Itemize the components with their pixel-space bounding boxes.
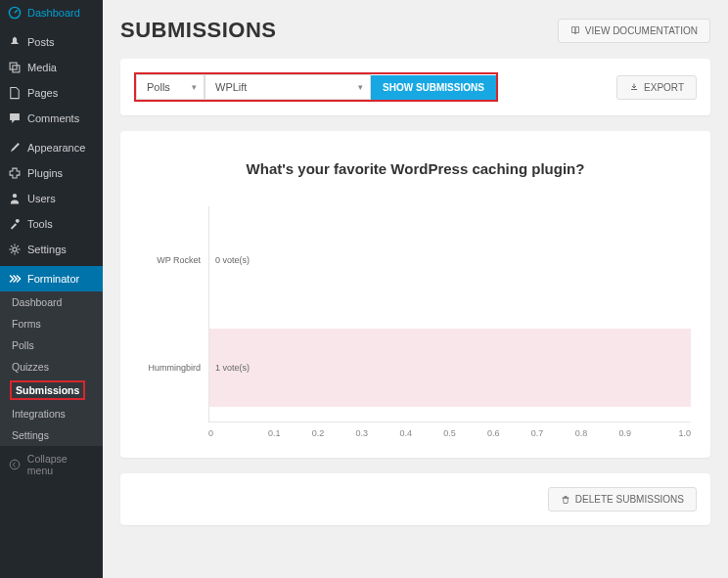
user-icon <box>8 192 22 205</box>
filter-panel: Polls WPLift SHOW SUBMISSIONS EXPORT <box>120 59 710 115</box>
sidebar-item-appearance[interactable]: Appearance <box>0 135 103 160</box>
submenu-quizzes[interactable]: Quizzes <box>0 356 103 378</box>
chart-category-1: Hummingbird <box>140 363 208 373</box>
chart-title: What's your favorite WordPress caching p… <box>140 160 691 177</box>
export-button[interactable]: EXPORT <box>616 75 697 100</box>
xtick: 0.4 <box>384 428 428 438</box>
footer-panel: DELETE SUBMISSIONS <box>120 473 710 525</box>
sidebar-item-dashboard[interactable]: Dashboard <box>0 0 103 25</box>
submenu-submissions[interactable]: Submissions <box>16 384 79 396</box>
sidebar-item-forminator[interactable]: Forminator <box>0 266 103 291</box>
chart-x-axis: 0 0.1 0.2 0.3 0.4 0.5 0.6 0.7 0.8 0.9 1.… <box>208 422 691 438</box>
chart-bar-row-0: 0 vote(s) <box>209 206 691 314</box>
chart-bar-1: 1 vote(s) <box>209 329 691 407</box>
book-icon <box>570 25 580 35</box>
xtick: 0.8 <box>560 428 604 438</box>
xtick: 1.0 <box>647 428 691 438</box>
comment-icon <box>8 111 22 125</box>
gear-icon <box>8 243 22 256</box>
pin-icon <box>8 35 22 49</box>
item-select[interactable]: WPLift <box>205 74 371 100</box>
collapse-label: Collapse menu <box>27 453 95 476</box>
submenu-integrations[interactable]: Integrations <box>0 403 103 424</box>
chart-value-label-0: 0 vote(s) <box>209 255 250 265</box>
chart-body: 0 vote(s) 1 vote(s) <box>208 206 691 422</box>
view-documentation-button[interactable]: VIEW DOCUMENTATION <box>558 19 710 43</box>
submenu-polls[interactable]: Polls <box>0 334 103 356</box>
xtick: 0.5 <box>428 428 472 438</box>
chart-panel: What's your favorite WordPress caching p… <box>120 131 710 458</box>
xtick: 0 <box>208 428 252 438</box>
wrench-icon <box>8 217 22 231</box>
svg-rect-2 <box>13 66 20 72</box>
svg-point-4 <box>13 247 17 251</box>
forminator-submenu: Dashboard Forms Polls Quizzes Submission… <box>0 291 103 446</box>
submenu-forms[interactable]: Forms <box>0 313 103 334</box>
chart-category-0: WP Rocket <box>140 255 208 265</box>
doc-btn-label: VIEW DOCUMENTATION <box>585 25 698 36</box>
svg-point-3 <box>13 194 17 198</box>
main-content: SUBMISSIONS VIEW DOCUMENTATION Polls WPL… <box>103 0 728 578</box>
brush-icon <box>8 141 22 155</box>
sidebar-item-plugins[interactable]: Plugins <box>0 160 103 186</box>
submenu-dashboard[interactable]: Dashboard <box>0 291 103 313</box>
sidebar-label: Tools <box>27 218 53 230</box>
filter-bar: Polls WPLift SHOW SUBMISSIONS EXPORT <box>120 59 710 115</box>
plugin-icon <box>8 166 22 180</box>
forminator-icon <box>8 272 22 286</box>
xtick: 0.7 <box>516 428 560 438</box>
xtick: 0.6 <box>472 428 516 438</box>
xtick: 0.2 <box>296 428 341 438</box>
sidebar-label: Media <box>27 62 57 73</box>
sidebar-label: Pages <box>27 87 58 99</box>
page-header: SUBMISSIONS VIEW DOCUMENTATION <box>120 18 710 43</box>
media-icon <box>8 61 22 74</box>
svg-point-5 <box>10 460 20 469</box>
chart-value-label-1: 1 vote(s) <box>215 363 250 373</box>
page-title: SUBMISSIONS <box>120 18 277 43</box>
delete-submissions-button[interactable]: DELETE SUBMISSIONS <box>548 487 697 511</box>
sidebar-item-media[interactable]: Media <box>0 55 103 80</box>
page-icon <box>8 86 22 100</box>
xtick: 0.1 <box>252 428 296 438</box>
export-label: EXPORT <box>644 82 684 93</box>
sidebar-label: Plugins <box>27 167 63 179</box>
sidebar-label: Posts <box>27 36 55 48</box>
bar-chart: WP Rocket Hummingbird 0 vote(s) 1 vote(s… <box>140 206 691 438</box>
collapse-icon <box>8 458 22 471</box>
delete-label: DELETE SUBMISSIONS <box>575 494 684 505</box>
sidebar-label: Appearance <box>27 142 85 154</box>
trash-icon <box>561 495 570 505</box>
export-icon <box>629 82 639 92</box>
sidebar-label: Users <box>27 193 56 204</box>
collapse-menu[interactable]: Collapse menu <box>0 446 103 483</box>
xtick: 0.3 <box>340 428 384 438</box>
sidebar-item-tools[interactable]: Tools <box>0 211 103 237</box>
sidebar-item-settings[interactable]: Settings <box>0 237 103 262</box>
sidebar-item-comments[interactable]: Comments <box>0 106 103 131</box>
type-select[interactable]: Polls <box>136 74 205 100</box>
sidebar-label: Dashboard <box>27 7 80 19</box>
dashboard-icon <box>8 6 22 20</box>
sidebar-item-pages[interactable]: Pages <box>0 80 103 106</box>
filter-group-highlighted: Polls WPLift SHOW SUBMISSIONS <box>134 72 498 102</box>
sidebar-label: Forminator <box>27 273 79 285</box>
sidebar-label: Settings <box>27 244 67 255</box>
submenu-settings[interactable]: Settings <box>0 424 103 446</box>
sidebar-item-posts[interactable]: Posts <box>0 29 103 55</box>
xtick: 0.9 <box>603 428 647 438</box>
chart-bar-row-1: 1 vote(s) <box>209 314 691 422</box>
svg-rect-1 <box>10 63 17 69</box>
chart-y-labels: WP Rocket Hummingbird <box>140 206 208 438</box>
sidebar-label: Comments <box>27 112 79 124</box>
show-submissions-button[interactable]: SHOW SUBMISSIONS <box>371 75 496 100</box>
sidebar-item-users[interactable]: Users <box>0 186 103 211</box>
admin-sidebar: Dashboard Posts Media Pages Comments App… <box>0 0 103 578</box>
